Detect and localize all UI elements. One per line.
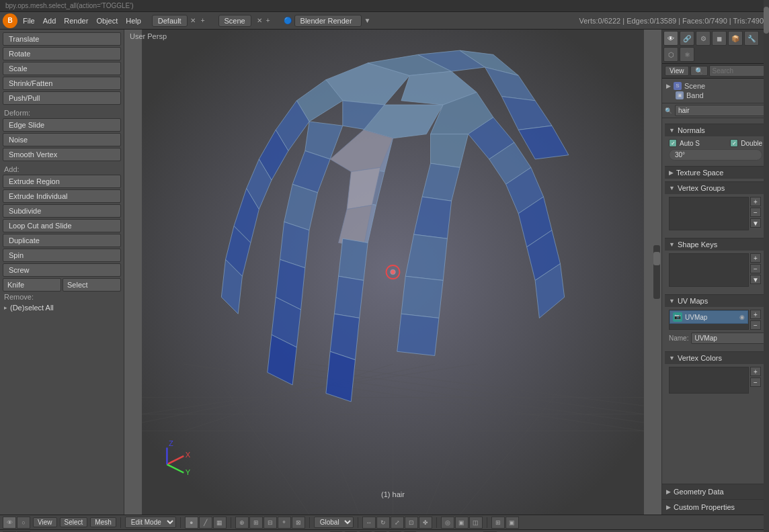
duplicate-btn[interactable]: Duplicate xyxy=(3,234,121,247)
uv-map-remove-btn[interactable]: − xyxy=(750,320,761,330)
select-menu-btn[interactable]: Select xyxy=(60,517,88,527)
uv-map-add-btn[interactable]: + xyxy=(750,310,761,319)
face-select-icon[interactable]: ▦ xyxy=(213,517,227,529)
menu-object[interactable]: Object xyxy=(96,17,118,25)
geometry-data-label: Geometry Data xyxy=(674,488,724,496)
vertex-select-icon[interactable]: ● xyxy=(185,517,198,529)
scene-selector[interactable]: Scene xyxy=(218,15,251,27)
screw-btn[interactable]: Screw xyxy=(3,263,121,277)
snap-icon[interactable]: ⊞ xyxy=(249,517,263,529)
vertex-colors-header[interactable]: ▼ Vertex Colors xyxy=(665,352,766,364)
vertex-group-remove-btn[interactable]: − xyxy=(750,208,761,217)
edge-select-icon[interactable]: ╱ xyxy=(199,517,212,529)
auto-smooth-checkbox[interactable]: ✓ xyxy=(669,139,677,147)
render-region-icon[interactable]: ▣ xyxy=(505,517,519,529)
transform-all-icon[interactable]: ✤ xyxy=(419,517,432,529)
vertex-color-remove-btn[interactable]: − xyxy=(750,378,761,387)
svg-marker-53 xyxy=(397,314,439,355)
spin-btn[interactable]: Spin xyxy=(3,249,121,262)
select-btn[interactable]: Select xyxy=(63,278,121,292)
menu-render[interactable]: Render xyxy=(64,17,88,25)
clipping-icon[interactable]: ◫ xyxy=(469,517,483,529)
overlay-icon[interactable]: ▣ xyxy=(455,517,469,529)
scene-area: Scene ✕ + xyxy=(218,15,270,27)
camera-persp-icon[interactable]: ○ xyxy=(17,517,30,529)
geometry-data-item[interactable]: ▶ Geometry Data xyxy=(662,484,769,499)
snap-target-icon[interactable]: ⊠ xyxy=(292,517,305,529)
tab-modifiers[interactable]: 🔧 xyxy=(744,31,759,46)
transform-rotate-icon[interactable]: ↻ xyxy=(376,517,390,529)
double-checkbox[interactable]: ✓ xyxy=(730,139,738,147)
mode-selector[interactable]: Edit Mode xyxy=(125,517,176,528)
translate-btn[interactable]: Translate xyxy=(3,32,121,46)
shape-keys-header[interactable]: ▼ Shape Keys xyxy=(665,238,766,251)
uvmap-item[interactable]: 📷 UVMap ◉ xyxy=(670,310,748,324)
tab-world[interactable]: ◼ xyxy=(712,31,727,46)
vertex-group-add-btn[interactable]: + xyxy=(750,197,761,206)
proportional-icon[interactable]: ◎ xyxy=(441,517,454,529)
overlay-group: ◎ ▣ ◫ xyxy=(441,517,483,529)
sep-4 xyxy=(309,517,310,528)
view-icon[interactable]: 👁 xyxy=(3,517,16,529)
custom-properties-item[interactable]: ▶ Custom Properties xyxy=(662,499,769,515)
tab-physics[interactable]: ⚛ xyxy=(680,47,694,62)
tab-scene[interactable]: ⚙ xyxy=(696,31,711,46)
vertex-groups-header[interactable]: ▼ Vertex Groups xyxy=(665,182,766,194)
shrink-fatten-btn[interactable]: Shrink/Fatten xyxy=(3,77,121,90)
view-menu-btn[interactable]: View xyxy=(33,517,57,527)
smooth-vertex-btn[interactable]: Smooth Vertex xyxy=(3,148,121,161)
view-btn[interactable]: View xyxy=(665,66,689,76)
band-item[interactable]: ▣ Band xyxy=(665,91,766,100)
mesh-viewport[interactable]: X Y Z xyxy=(124,30,661,515)
texture-space-header[interactable]: ▶ Texture Space xyxy=(665,167,766,179)
shape-keys-list xyxy=(669,253,749,287)
subdivide-btn[interactable]: Subdivide xyxy=(3,204,121,218)
noise-btn[interactable]: Noise xyxy=(3,133,121,146)
tab-particles[interactable]: ⬡ xyxy=(663,47,678,62)
tab-view[interactable]: 👁 xyxy=(663,31,678,46)
extrude-region-btn[interactable]: Extrude Region xyxy=(3,175,121,188)
transform-space-selector[interactable]: Global xyxy=(314,517,354,528)
vertex-color-add-btn[interactable]: + xyxy=(750,367,761,376)
normals-arrow: ▼ xyxy=(669,127,675,134)
top-menu-bar: B File Add Render Object Help Default ✕ … xyxy=(0,12,769,30)
search-btn[interactable]: 🔍 xyxy=(690,66,708,76)
menu-file[interactable]: File xyxy=(23,17,35,25)
snap-align-icon[interactable]: ⊟ xyxy=(264,517,277,529)
menu-help[interactable]: Help xyxy=(126,17,141,25)
viewport-area[interactable]: User Persp xyxy=(124,30,661,515)
uv-maps-header[interactable]: ▼ UV Maps xyxy=(665,295,766,307)
push-pull-btn[interactable]: Push/Pull xyxy=(3,91,121,105)
angle-button[interactable]: 30° xyxy=(669,149,762,161)
tab-object[interactable]: 📦 xyxy=(728,31,743,46)
transform-scale-icon[interactable]: ⤢ xyxy=(391,517,404,529)
render-icon[interactable]: ⊞ xyxy=(491,517,505,529)
snap-type-icon[interactable]: ⌖ xyxy=(278,517,291,529)
rotate-btn[interactable]: Rotate xyxy=(3,47,121,60)
shape-key-down-btn[interactable]: ▼ xyxy=(750,275,761,284)
uv-name-input[interactable] xyxy=(691,332,769,344)
shape-key-remove-btn[interactable]: − xyxy=(750,264,761,273)
transform-move-icon[interactable]: ↔ xyxy=(362,517,376,529)
knife-btn[interactable]: Knife xyxy=(3,278,61,292)
extrude-individual-btn[interactable]: Extrude Individual xyxy=(3,189,121,203)
search-input[interactable] xyxy=(709,65,770,77)
mesh-menu-btn[interactable]: Mesh xyxy=(90,517,116,527)
filter-input[interactable] xyxy=(675,105,767,116)
snap-cursor-icon[interactable]: ⊕ xyxy=(235,517,249,529)
shape-key-add-btn[interactable]: + xyxy=(750,253,761,263)
normals-header[interactable]: ▼ Normals xyxy=(665,124,766,136)
render-engine-selector[interactable]: Blender Render xyxy=(294,15,362,27)
menu-add[interactable]: Add xyxy=(43,17,56,25)
tab-render[interactable]: 🔗 xyxy=(680,31,694,46)
loop-cut-btn[interactable]: Loop Cut and Slide xyxy=(3,219,121,232)
uv-name-row: Name: xyxy=(669,332,762,344)
scale-btn[interactable]: Scale xyxy=(3,62,121,75)
workspace-selector[interactable]: Default xyxy=(152,15,188,27)
edge-slide-btn[interactable]: Edge Slide xyxy=(3,118,121,132)
vertex-group-down-btn[interactable]: ▼ xyxy=(750,218,761,228)
uv-maps-list[interactable]: 📷 UVMap ◉ xyxy=(669,310,749,330)
transform-lock-icon[interactable]: ⊡ xyxy=(405,517,418,529)
scene-item[interactable]: ▶ S Scene xyxy=(665,81,766,91)
deselect-label[interactable]: (De)select All xyxy=(10,304,54,312)
